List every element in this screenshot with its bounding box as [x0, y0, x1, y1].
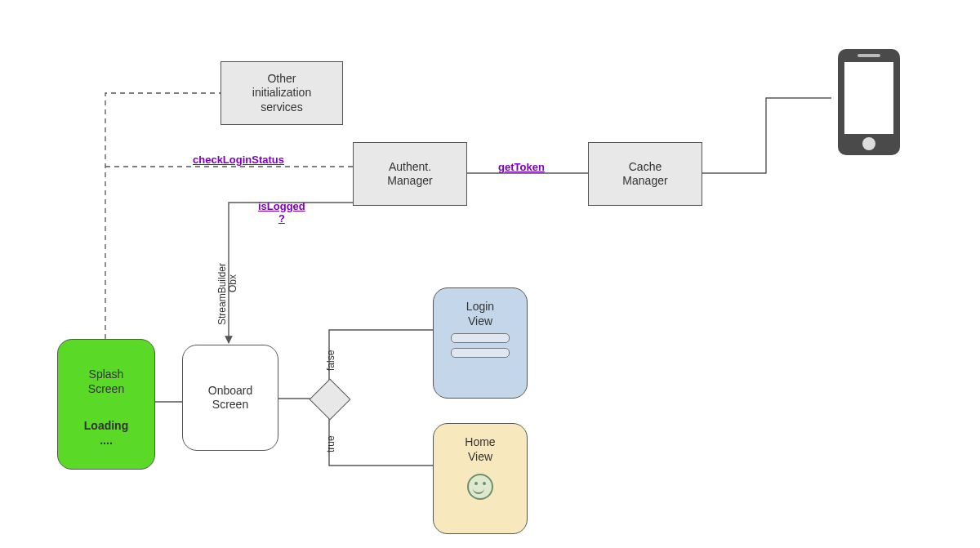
edge-label-false: false	[325, 350, 336, 371]
node-label: Onboard Screen	[208, 384, 252, 412]
node-splash-screen: Splash Screen Loading ....	[57, 339, 155, 470]
node-label: Authent. Manager	[387, 160, 432, 189]
edge-label-obx: Obx	[227, 274, 238, 292]
node-login-view: Login View	[433, 287, 528, 399]
splash-loading: Loading	[84, 419, 128, 434]
svg-point-3	[862, 137, 875, 150]
phone-icon	[831, 47, 906, 159]
smiley-icon	[467, 474, 493, 500]
edge-label-get-token: getToken	[498, 161, 545, 173]
login-field-icon	[451, 333, 510, 343]
svg-rect-1	[844, 62, 893, 134]
splash-title: Splash Screen	[88, 368, 124, 396]
node-label: Login View	[466, 300, 494, 328]
node-home-view: Home View	[433, 423, 528, 534]
node-authent-manager: Authent. Manager	[353, 142, 467, 206]
edge-label-is-logged: isLogged ?	[258, 188, 305, 225]
edge-label-true: true	[325, 435, 336, 452]
node-other-initialization-services: Other initialization services	[220, 61, 343, 125]
node-label: Other initialization services	[252, 72, 311, 115]
splash-dots: ....	[100, 434, 113, 448]
node-label: Home View	[465, 435, 495, 464]
node-cache-manager: Cache Manager	[588, 142, 702, 206]
decision-is-logged	[310, 379, 351, 421]
edge-label-check-login-status: checkLoginStatus	[193, 154, 284, 166]
login-field-icon	[451, 348, 510, 358]
edge-label-streambuilder: StreamBuilder	[216, 263, 228, 325]
node-onboard-screen: Onboard Screen	[182, 345, 278, 451]
node-label: Cache Manager	[622, 160, 667, 189]
svg-rect-2	[858, 54, 880, 57]
